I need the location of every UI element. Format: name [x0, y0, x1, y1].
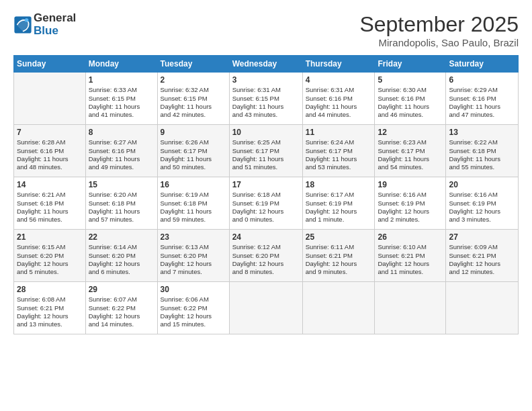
day-info: Sunrise: 6:24 AM Sunset: 6:17 PM Dayligh…: [306, 138, 372, 171]
calendar-cell: 25Sunrise: 6:11 AM Sunset: 6:21 PM Dayli…: [302, 230, 375, 282]
calendar-header-row: SundayMondayTuesdayWednesdayThursdayFrid…: [14, 56, 519, 73]
day-number: 25: [306, 232, 372, 242]
day-number: 16: [161, 179, 226, 190]
logo: General Blue: [13, 12, 76, 37]
day-info: Sunrise: 6:23 AM Sunset: 6:17 PM Dayligh…: [378, 138, 443, 171]
day-number: 22: [89, 232, 154, 242]
calendar-cell: 13Sunrise: 6:22 AM Sunset: 6:18 PM Dayli…: [446, 125, 519, 177]
day-info: Sunrise: 6:11 AM Sunset: 6:21 PM Dayligh…: [306, 243, 372, 276]
day-info: Sunrise: 6:15 AM Sunset: 6:20 PM Dayligh…: [17, 243, 83, 276]
day-info: Sunrise: 6:21 AM Sunset: 6:18 PM Dayligh…: [17, 191, 83, 224]
calendar-cell: 11Sunrise: 6:24 AM Sunset: 6:17 PM Dayli…: [302, 125, 375, 177]
calendar-cell: 2Sunrise: 6:32 AM Sunset: 6:15 PM Daylig…: [157, 73, 229, 125]
day-info: Sunrise: 6:25 AM Sunset: 6:17 PM Dayligh…: [232, 138, 300, 171]
month-title: September 2025: [359, 12, 519, 37]
day-number: 26: [378, 232, 443, 242]
calendar-cell: 6Sunrise: 6:29 AM Sunset: 6:16 PM Daylig…: [446, 73, 519, 125]
day-number: 28: [17, 284, 83, 295]
calendar-cell: [302, 282, 375, 334]
page: General Blue September 2025 Mirandopolis…: [0, 0, 532, 411]
day-number: 15: [89, 179, 154, 190]
calendar-cell: 7Sunrise: 6:28 AM Sunset: 6:16 PM Daylig…: [14, 125, 86, 177]
day-info: Sunrise: 6:22 AM Sunset: 6:18 PM Dayligh…: [449, 138, 515, 171]
week-row-2: 14Sunrise: 6:21 AM Sunset: 6:18 PM Dayli…: [14, 177, 519, 230]
calendar-table: SundayMondayTuesdayWednesdayThursdayFrid…: [13, 55, 519, 334]
day-number: 14: [17, 179, 83, 190]
calendar-cell: 29Sunrise: 6:07 AM Sunset: 6:22 PM Dayli…: [85, 282, 157, 334]
calendar-cell: [375, 282, 446, 334]
day-number: 12: [378, 127, 443, 138]
day-info: Sunrise: 6:33 AM Sunset: 6:15 PM Dayligh…: [89, 86, 154, 119]
day-number: 5: [378, 75, 443, 85]
day-info: Sunrise: 6:26 AM Sunset: 6:17 PM Dayligh…: [161, 138, 226, 171]
day-number: 6: [449, 75, 515, 85]
day-info: Sunrise: 6:31 AM Sunset: 6:16 PM Dayligh…: [306, 86, 372, 119]
week-row-3: 21Sunrise: 6:15 AM Sunset: 6:20 PM Dayli…: [14, 230, 519, 282]
week-row-1: 7Sunrise: 6:28 AM Sunset: 6:16 PM Daylig…: [14, 125, 519, 177]
day-number: 2: [161, 75, 226, 85]
col-header-friday: Friday: [375, 56, 446, 73]
day-info: Sunrise: 6:31 AM Sunset: 6:15 PM Dayligh…: [232, 86, 300, 119]
calendar-cell: 24Sunrise: 6:12 AM Sunset: 6:20 PM Dayli…: [229, 230, 302, 282]
calendar-cell: 16Sunrise: 6:19 AM Sunset: 6:18 PM Dayli…: [157, 177, 229, 230]
day-info: Sunrise: 6:07 AM Sunset: 6:22 PM Dayligh…: [89, 295, 154, 328]
calendar-body: 1Sunrise: 6:33 AM Sunset: 6:15 PM Daylig…: [14, 73, 519, 334]
title-block: September 2025 Mirandopolis, Sao Paulo, …: [359, 12, 519, 48]
day-info: Sunrise: 6:27 AM Sunset: 6:16 PM Dayligh…: [89, 138, 154, 171]
day-number: 30: [161, 284, 226, 295]
day-number: 21: [17, 232, 83, 242]
day-number: 9: [161, 127, 226, 138]
day-number: 13: [449, 127, 515, 138]
calendar-cell: 28Sunrise: 6:08 AM Sunset: 6:21 PM Dayli…: [14, 282, 86, 334]
calendar-cell: 18Sunrise: 6:17 AM Sunset: 6:19 PM Dayli…: [302, 177, 375, 230]
day-number: 11: [306, 127, 372, 138]
calendar-cell: 26Sunrise: 6:10 AM Sunset: 6:21 PM Dayli…: [375, 230, 446, 282]
calendar-cell: 20Sunrise: 6:16 AM Sunset: 6:19 PM Dayli…: [446, 177, 519, 230]
day-info: Sunrise: 6:09 AM Sunset: 6:21 PM Dayligh…: [449, 243, 515, 276]
calendar-cell: 4Sunrise: 6:31 AM Sunset: 6:16 PM Daylig…: [302, 73, 375, 125]
col-header-sunday: Sunday: [14, 56, 86, 73]
header: General Blue September 2025 Mirandopolis…: [13, 12, 519, 48]
day-info: Sunrise: 6:20 AM Sunset: 6:18 PM Dayligh…: [89, 191, 154, 224]
day-info: Sunrise: 6:18 AM Sunset: 6:19 PM Dayligh…: [232, 191, 300, 224]
calendar-cell: 12Sunrise: 6:23 AM Sunset: 6:17 PM Dayli…: [375, 125, 446, 177]
day-number: 20: [449, 179, 515, 190]
logo-blue: Blue: [34, 25, 76, 38]
day-number: 1: [89, 75, 154, 85]
day-info: Sunrise: 6:30 AM Sunset: 6:16 PM Dayligh…: [378, 86, 443, 119]
calendar-cell: [14, 73, 86, 125]
svg-point-2: [25, 18, 29, 22]
day-number: 17: [232, 179, 300, 190]
day-info: Sunrise: 6:14 AM Sunset: 6:20 PM Dayligh…: [89, 243, 154, 276]
calendar-cell: 30Sunrise: 6:06 AM Sunset: 6:22 PM Dayli…: [157, 282, 229, 334]
calendar-cell: 9Sunrise: 6:26 AM Sunset: 6:17 PM Daylig…: [157, 125, 229, 177]
col-header-wednesday: Wednesday: [229, 56, 302, 73]
calendar-cell: 27Sunrise: 6:09 AM Sunset: 6:21 PM Dayli…: [446, 230, 519, 282]
col-header-tuesday: Tuesday: [157, 56, 229, 73]
calendar-cell: 3Sunrise: 6:31 AM Sunset: 6:15 PM Daylig…: [229, 73, 302, 125]
day-number: 23: [161, 232, 226, 242]
day-number: 27: [449, 232, 515, 242]
day-info: Sunrise: 6:17 AM Sunset: 6:19 PM Dayligh…: [306, 191, 372, 224]
calendar-cell: 23Sunrise: 6:13 AM Sunset: 6:20 PM Dayli…: [157, 230, 229, 282]
logo-text: General Blue: [34, 12, 76, 37]
day-info: Sunrise: 6:28 AM Sunset: 6:16 PM Dayligh…: [17, 138, 83, 171]
calendar-cell: 1Sunrise: 6:33 AM Sunset: 6:15 PM Daylig…: [85, 73, 157, 125]
week-row-0: 1Sunrise: 6:33 AM Sunset: 6:15 PM Daylig…: [14, 73, 519, 125]
day-info: Sunrise: 6:13 AM Sunset: 6:20 PM Dayligh…: [161, 243, 226, 276]
calendar-cell: 8Sunrise: 6:27 AM Sunset: 6:16 PM Daylig…: [85, 125, 157, 177]
day-info: Sunrise: 6:12 AM Sunset: 6:20 PM Dayligh…: [232, 243, 300, 276]
day-number: 24: [232, 232, 300, 242]
day-number: 4: [306, 75, 372, 85]
week-row-4: 28Sunrise: 6:08 AM Sunset: 6:21 PM Dayli…: [14, 282, 519, 334]
calendar-cell: 14Sunrise: 6:21 AM Sunset: 6:18 PM Dayli…: [14, 177, 86, 230]
calendar-cell: 15Sunrise: 6:20 AM Sunset: 6:18 PM Dayli…: [85, 177, 157, 230]
day-info: Sunrise: 6:08 AM Sunset: 6:21 PM Dayligh…: [17, 295, 83, 328]
calendar-cell: [446, 282, 519, 334]
col-header-saturday: Saturday: [446, 56, 519, 73]
calendar-cell: 19Sunrise: 6:16 AM Sunset: 6:19 PM Dayli…: [375, 177, 446, 230]
calendar-cell: 10Sunrise: 6:25 AM Sunset: 6:17 PM Dayli…: [229, 125, 302, 177]
day-info: Sunrise: 6:19 AM Sunset: 6:18 PM Dayligh…: [161, 191, 226, 224]
day-info: Sunrise: 6:06 AM Sunset: 6:22 PM Dayligh…: [161, 295, 226, 328]
col-header-thursday: Thursday: [302, 56, 375, 73]
